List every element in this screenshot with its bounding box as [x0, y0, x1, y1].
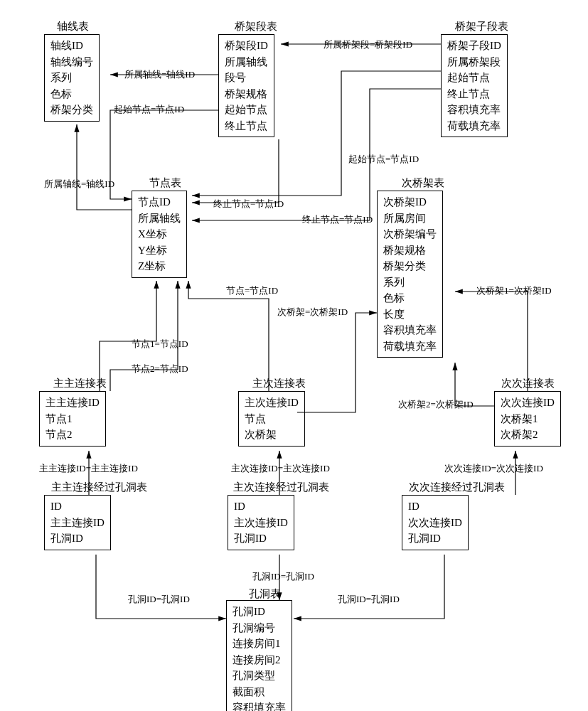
field: 桥架分类 [50, 102, 93, 118]
ms-entity: 主次连接ID 节点 次桥架 [238, 391, 305, 447]
mshole-entity: ID 主次连接ID 孔洞ID [228, 495, 294, 550]
field: 桥架规格 [383, 242, 437, 259]
field: 主次连接ID [245, 395, 299, 411]
label-seg-axis: 所属轴线=轴线ID [124, 68, 195, 81]
label-mm-n1: 节点1=节点ID [132, 338, 188, 351]
node-title: 节点表 [149, 176, 181, 190]
field: ID [408, 498, 462, 515]
axis-title: 轴线表 [57, 20, 89, 33]
field: 孔洞ID [50, 530, 105, 547]
field: 荷载填充率 [447, 118, 501, 134]
field: 所属轴线 [225, 54, 268, 70]
field: 容积填充率 [232, 700, 286, 711]
sshole-entity: ID 次次连接ID 孔洞ID [402, 495, 469, 550]
field: 节点1 [46, 411, 100, 427]
field: 桥架子段ID [447, 38, 501, 54]
label-sub-seg: 所属桥架段=桥架段ID [324, 38, 412, 51]
field: 轴线ID [50, 38, 93, 54]
field: 段号 [225, 70, 268, 86]
sshole-title: 次次连接经过孔洞表 [409, 481, 505, 494]
field: 孔洞ID [232, 604, 286, 620]
field: 终止节点 [447, 86, 501, 102]
subbridge-title: 次桥架表 [402, 176, 444, 190]
field: 连接房间2 [232, 652, 286, 668]
mm-entity: 主主连接ID 节点1 节点2 [39, 391, 106, 447]
ms-title: 主次连接表 [252, 377, 306, 390]
field: 次桥架2 [501, 427, 555, 443]
ss-entity: 次次连接ID 次桥架1 次桥架2 [494, 391, 561, 447]
field: ID [234, 498, 288, 515]
node-entity: 节点ID 所属轴线 X坐标 Y坐标 Z坐标 [132, 191, 187, 278]
mshole-title: 主次连接经过孔洞表 [233, 481, 329, 494]
mmhole-entity: ID 主主连接ID 孔洞ID [44, 495, 111, 550]
segment-title: 桥架段表 [235, 20, 277, 33]
field: 荷载填充率 [383, 338, 437, 355]
label-mm-n2: 节点2=节点ID [132, 363, 188, 375]
field: 孔洞ID [234, 530, 288, 547]
field: 系列 [383, 274, 437, 291]
field: 次桥架编号 [383, 226, 437, 242]
field: 节点 [245, 411, 299, 427]
field: 色标 [383, 290, 437, 306]
field: 次桥架1 [501, 411, 555, 427]
subbridge-entity: 次桥架ID 所属房间 次桥架编号 桥架规格 桥架分类 系列 色标 长度 容积填充… [377, 191, 443, 358]
segment-entity: 桥架段ID 所属轴线 段号 桥架规格 起始节点 终止节点 [218, 34, 274, 137]
field: 轴线编号 [50, 54, 93, 70]
label-ss-b2: 次桥架2=次桥架ID [398, 398, 474, 411]
field: 色标 [50, 86, 93, 102]
ss-title: 次次连接表 [501, 377, 555, 390]
field: 节点ID [138, 194, 181, 210]
mmhole-title: 主主连接经过孔洞表 [51, 481, 147, 494]
label-sub-end: 终止节点=节点ID [302, 213, 373, 226]
field: 孔洞ID [408, 530, 462, 547]
field: X坐标 [138, 226, 181, 242]
label-ssh-ss: 次次连接ID=次次连接ID [444, 462, 543, 475]
label-ss-b1: 次桥架1=次桥架ID [476, 284, 552, 297]
field: 次次连接ID [501, 395, 555, 411]
field: 节点2 [46, 427, 100, 443]
field: 次桥架 [245, 427, 299, 443]
field: ID [50, 498, 105, 515]
label-seg-end: 终止节点=节点ID [213, 198, 284, 210]
label-ms-node: 节点=节点ID [226, 284, 278, 297]
field: 孔洞编号 [232, 620, 286, 636]
field: 桥架分类 [383, 258, 437, 274]
field: 容积填充率 [447, 102, 501, 118]
label-sub-start: 起始节点=节点ID [348, 153, 419, 166]
label-node-axis: 所属轴线=轴线ID [44, 178, 114, 191]
hole-entity: 孔洞ID 孔洞编号 连接房间1 连接房间2 孔洞类型 截面积 容积填充率 [226, 600, 292, 711]
label-msh-hole: 孔洞ID=孔洞ID [252, 570, 314, 583]
subsegment-title: 桥架子段表 [455, 20, 508, 33]
label-ssh-hole: 孔洞ID=孔洞ID [338, 593, 400, 606]
axis-entity: 轴线ID 轴线编号 系列 色标 桥架分类 [44, 34, 100, 122]
field: 起始节点 [225, 102, 268, 118]
field: 桥架段ID [225, 38, 268, 54]
field: Z坐标 [138, 258, 181, 274]
field: 所属房间 [383, 210, 437, 227]
field: 次桥架ID [383, 194, 437, 210]
field: 终止节点 [225, 118, 268, 134]
field: 桥架规格 [225, 86, 268, 102]
field: 主次连接ID [234, 515, 288, 531]
field: 系列 [50, 70, 93, 86]
field: 截面积 [232, 684, 286, 700]
field: 所属桥架段 [447, 54, 501, 70]
field: 起始节点 [447, 70, 501, 86]
label-mmh-mm: 主主连接ID=主主连接ID [39, 462, 138, 475]
label-mmh-hole: 孔洞ID=孔洞ID [128, 593, 190, 606]
field: 孔洞类型 [232, 668, 286, 684]
field: 连接房间1 [232, 636, 286, 652]
subsegment-entity: 桥架子段ID 所属桥架段 起始节点 终止节点 容积填充率 荷载填充率 [441, 34, 508, 137]
field: Y坐标 [138, 242, 181, 259]
label-ms-sub: 次桥架=次桥架ID [277, 306, 348, 319]
field: 主主连接ID [46, 395, 100, 411]
label-seg-start: 起始节点=节点ID [114, 103, 184, 116]
hole-title: 孔洞表 [249, 587, 281, 601]
field: 容积填充率 [383, 322, 437, 338]
field: 长度 [383, 306, 437, 323]
field: 主主连接ID [50, 515, 105, 531]
field: 次次连接ID [408, 515, 462, 531]
field: 所属轴线 [138, 210, 181, 227]
label-msh-ms: 主次连接ID=主次连接ID [231, 462, 330, 475]
mm-title: 主主连接表 [53, 377, 107, 390]
